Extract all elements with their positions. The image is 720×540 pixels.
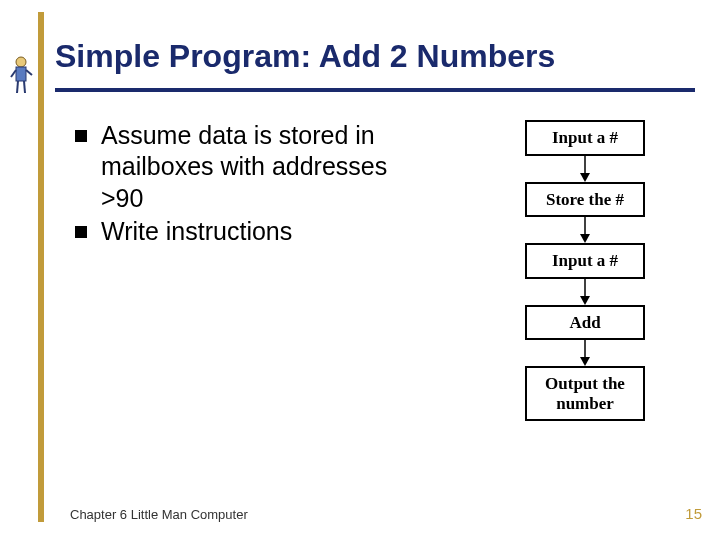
bullet-list: Assume data is stored in mailboxes with … [75,120,435,249]
svg-marker-7 [580,173,590,182]
svg-marker-9 [580,234,590,243]
svg-point-0 [16,57,26,67]
svg-marker-11 [580,296,590,305]
flow-step: Store the # [525,182,645,218]
svg-line-5 [24,81,25,93]
square-bullet-icon [75,226,87,238]
lmc-icon [8,55,34,95]
bullet-text: Assume data is stored in mailboxes with … [101,120,435,214]
slide-number: 15 [685,505,702,522]
svg-line-4 [17,81,18,93]
arrow-down-icon [578,217,592,243]
list-item: Write instructions [75,216,435,247]
flowchart: Input a # Store the # Input a # Add Outp… [520,120,650,421]
accent-bar [38,12,44,522]
list-item: Assume data is stored in mailboxes with … [75,120,435,214]
arrow-down-icon [578,340,592,366]
svg-line-2 [11,70,16,77]
arrow-down-icon [578,156,592,182]
title-underline [55,88,695,92]
flow-step: Output the number [525,366,645,421]
slide-title: Simple Program: Add 2 Numbers [55,38,555,75]
flow-step: Input a # [525,120,645,156]
svg-line-3 [26,70,32,75]
bullet-text: Write instructions [101,216,292,247]
square-bullet-icon [75,130,87,142]
flow-step: Add [525,305,645,341]
arrow-down-icon [578,279,592,305]
flow-step: Input a # [525,243,645,279]
svg-rect-1 [16,67,26,81]
footer-chapter: Chapter 6 Little Man Computer [70,507,248,522]
svg-marker-13 [580,357,590,366]
